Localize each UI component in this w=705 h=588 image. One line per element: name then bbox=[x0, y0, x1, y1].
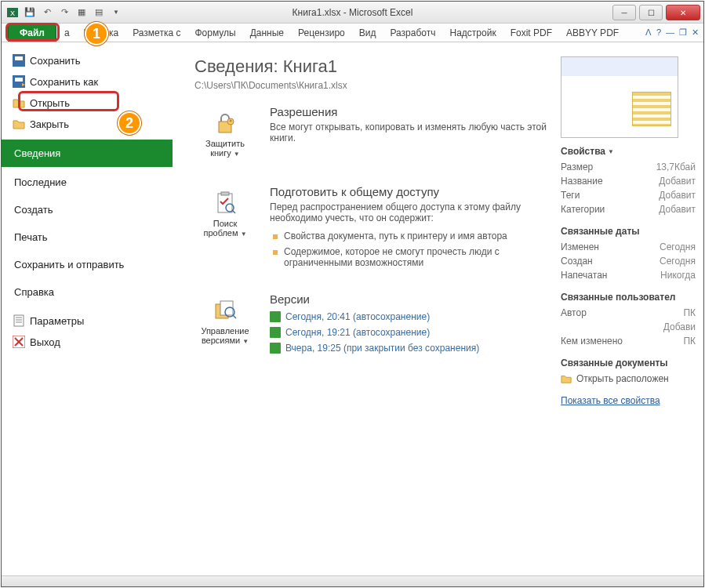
version-label: Сегодня, 20:41 (автосохранение) bbox=[285, 311, 430, 322]
svg-point-16 bbox=[230, 120, 232, 122]
help-icon[interactable]: ? bbox=[656, 27, 661, 38]
window-close-icon[interactable]: ✕ bbox=[692, 27, 699, 38]
dropdown-arrow-icon: ▼ bbox=[608, 148, 614, 155]
permissions-desc: Все могут открывать, копировать и изменя… bbox=[270, 122, 561, 143]
prop-key: Теги bbox=[561, 190, 580, 201]
prop-value: 13,7Кбай bbox=[656, 162, 696, 172]
manage-versions-button[interactable]: Управление версиями ▼ bbox=[194, 292, 256, 356]
menu-label: Сохранить bbox=[30, 55, 81, 67]
tab-foxit[interactable]: Foxit PDF bbox=[504, 25, 558, 41]
menu-share[interactable]: Сохранить и отправить bbox=[2, 251, 173, 278]
tab-formulas[interactable]: Формулы bbox=[188, 25, 242, 41]
document-thumbnail bbox=[561, 56, 678, 138]
close-button[interactable]: ✕ bbox=[666, 5, 700, 20]
redo-icon[interactable]: ↷ bbox=[58, 6, 71, 19]
minimize-ribbon-icon[interactable]: ᐱ bbox=[645, 27, 652, 38]
tab-addins[interactable]: Надстройк bbox=[444, 25, 503, 41]
save-icon bbox=[13, 54, 25, 67]
clipboard-check-icon bbox=[213, 191, 238, 216]
menu-save[interactable]: Сохранить bbox=[2, 50, 173, 71]
tab-home-partial[interactable]: а bbox=[58, 25, 76, 41]
open-location-link[interactable]: Открыть расположен bbox=[576, 373, 669, 384]
related-users-header: Связанные пользовател bbox=[561, 292, 696, 303]
prop-key: Кем изменено bbox=[561, 336, 623, 347]
prop-key: Автор bbox=[561, 307, 587, 318]
prop-value[interactable]: Добави bbox=[663, 321, 696, 332]
prop-value: Сегодня bbox=[660, 256, 696, 267]
prop-key: Категории bbox=[561, 204, 605, 215]
menu-label: Печать bbox=[14, 231, 48, 243]
prop-value: ПК bbox=[683, 336, 696, 347]
menu-recent[interactable]: Последние bbox=[2, 169, 173, 196]
svg-rect-7 bbox=[14, 315, 24, 326]
prop-key: Размер bbox=[561, 162, 593, 172]
maximize-button[interactable]: ☐ bbox=[639, 5, 663, 20]
menu-label: Выход bbox=[30, 336, 60, 348]
prop-value[interactable]: Добавит bbox=[659, 190, 696, 201]
svg-line-24 bbox=[233, 315, 236, 318]
show-all-properties-link[interactable]: Показать все свойства bbox=[561, 395, 696, 406]
save-icon[interactable]: 💾 bbox=[24, 6, 36, 19]
tab-review[interactable]: Рецензиро bbox=[292, 25, 351, 41]
menu-exit[interactable]: Выход bbox=[2, 332, 173, 353]
dropdown-arrow-icon: ▼ bbox=[234, 151, 240, 158]
minimize-button[interactable]: ─ bbox=[612, 5, 636, 20]
svg-rect-17 bbox=[218, 194, 232, 212]
menu-close[interactable]: Закрыть bbox=[2, 114, 173, 135]
version-item[interactable]: Вчера, 19:25 (при закрытии без сохранени… bbox=[270, 340, 561, 356]
prop-key: Напечатан bbox=[561, 270, 607, 281]
prepare-share-desc: Перед распространением общего доступа к … bbox=[270, 201, 561, 223]
prop-key: Создан bbox=[561, 256, 593, 267]
folder-icon bbox=[561, 373, 572, 384]
svg-rect-18 bbox=[221, 192, 229, 195]
version-item[interactable]: Сегодня, 20:41 (автосохранение) bbox=[270, 309, 561, 325]
excel-file-icon bbox=[270, 311, 281, 322]
svg-rect-5 bbox=[15, 78, 23, 82]
window-title: Книга1.xlsx - Microsoft Excel bbox=[293, 7, 413, 18]
info-heading: Сведения: Книга1 bbox=[194, 56, 561, 77]
backstage-menu: Сохранить Сохранить как Открыть Закрыть … bbox=[2, 42, 173, 575]
backstage: Сохранить Сохранить как Открыть Закрыть … bbox=[2, 42, 703, 575]
check-item: Свойства документа, путь к принтеру и им… bbox=[270, 228, 561, 244]
version-label: Вчера, 19:25 (при закрытии без сохранени… bbox=[285, 343, 479, 354]
menu-help[interactable]: Справка bbox=[2, 278, 173, 306]
related-dates-header: Связанные даты bbox=[561, 226, 696, 237]
menu-options[interactable]: Параметры bbox=[2, 310, 173, 332]
menu-print[interactable]: Печать bbox=[2, 223, 173, 251]
properties-header[interactable]: Свойства▼ bbox=[561, 146, 696, 157]
exit-icon bbox=[13, 336, 25, 348]
qat-dropdown-icon[interactable]: ▼ bbox=[110, 6, 122, 19]
prop-value[interactable]: Добавит bbox=[659, 176, 696, 187]
tab-file[interactable]: Файл bbox=[8, 24, 56, 42]
tab-data[interactable]: Данные bbox=[244, 25, 290, 41]
annotation-badge: 1 bbox=[85, 22, 108, 45]
svg-line-20 bbox=[232, 210, 235, 213]
qat-icon[interactable]: ▤ bbox=[93, 6, 105, 19]
window-restore-icon[interactable]: ❐ bbox=[679, 27, 687, 38]
excel-icon: X bbox=[6, 6, 19, 19]
window-min-icon[interactable]: — bbox=[666, 27, 674, 38]
prop-value[interactable]: Добавит bbox=[659, 204, 696, 215]
prepare-share-title: Подготовить к общему доступу bbox=[270, 185, 561, 198]
versions-icon bbox=[213, 298, 238, 323]
excel-file-icon bbox=[270, 327, 281, 338]
save-as-icon bbox=[13, 75, 25, 88]
undo-icon[interactable]: ↶ bbox=[41, 6, 53, 19]
menu-label: Параметры bbox=[30, 315, 84, 327]
menu-open[interactable]: Открыть bbox=[2, 93, 173, 114]
tab-layout[interactable]: Разметка с bbox=[126, 25, 187, 41]
qat-icon[interactable]: ▦ bbox=[75, 6, 88, 19]
protect-workbook-button[interactable]: Защитить книгу ▼ bbox=[194, 105, 256, 163]
version-item[interactable]: Сегодня, 19:21 (автосохранение) bbox=[270, 325, 561, 340]
prop-value: Сегодня bbox=[660, 241, 696, 252]
prop-value: Никогда bbox=[660, 270, 696, 281]
tab-developer[interactable]: Разработч bbox=[383, 25, 442, 41]
menu-info[interactable]: Сведения bbox=[2, 140, 173, 167]
tab-view[interactable]: Вид bbox=[353, 25, 383, 41]
check-item: Содержимое, которое не смогут прочесть л… bbox=[270, 244, 561, 270]
menu-save-as[interactable]: Сохранить как bbox=[2, 71, 173, 93]
tab-abbyy[interactable]: ABBYY PDF bbox=[560, 25, 625, 41]
menu-new[interactable]: Создать bbox=[2, 196, 173, 223]
check-issues-button[interactable]: Поиск проблем ▼ bbox=[194, 185, 256, 270]
versions-title: Версии bbox=[270, 292, 561, 306]
